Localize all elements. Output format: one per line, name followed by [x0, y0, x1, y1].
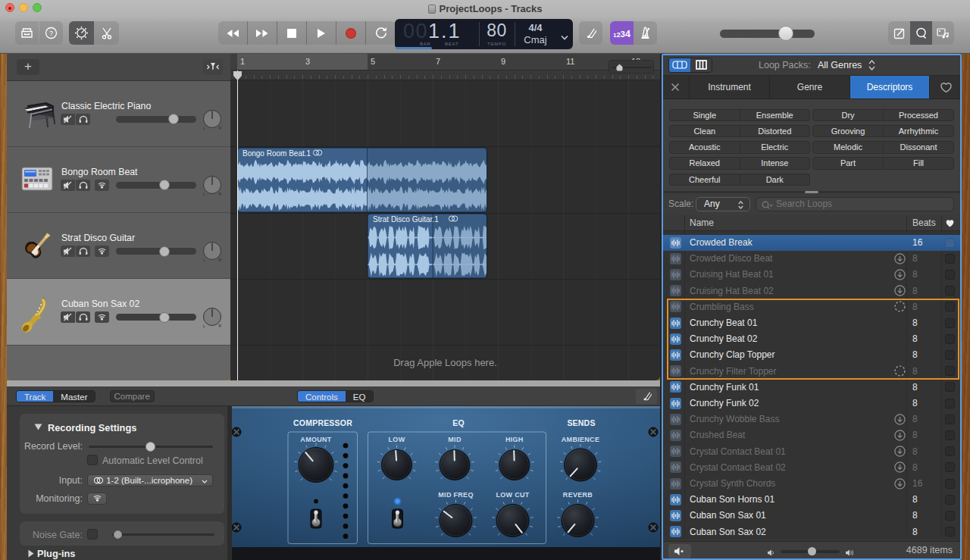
svg-text:MID: MID — [448, 436, 462, 443]
svg-text:HIGH: HIGH — [505, 436, 524, 443]
svg-text:SENDS: SENDS — [567, 418, 595, 427]
svg-text:COMPRESSOR: COMPRESSOR — [293, 418, 352, 427]
svg-text:L: L — [203, 324, 205, 328]
svg-text:MID FREQ: MID FREQ — [438, 491, 473, 499]
svg-text:Strat Disco Guitar.1: Strat Disco Guitar.1 — [373, 215, 439, 224]
svg-text:Bongo Room Beat.1: Bongo Room Beat.1 — [242, 149, 311, 158]
svg-text:?: ? — [49, 30, 53, 37]
svg-text:EQ: EQ — [452, 418, 465, 427]
svg-text:L: L — [203, 192, 205, 196]
svg-text:REVERB: REVERB — [563, 491, 593, 499]
svg-text:L: L — [203, 258, 205, 262]
svg-text:R: R — [219, 258, 222, 262]
svg-text:LOW CUT: LOW CUT — [496, 491, 529, 499]
svg-text:AMBIENCE: AMBIENCE — [562, 436, 599, 443]
svg-text:R: R — [219, 324, 222, 328]
svg-text:L: L — [203, 126, 205, 130]
svg-text:R: R — [219, 192, 222, 196]
svg-text:LOW: LOW — [389, 436, 405, 443]
svg-text:AMOUNT: AMOUNT — [300, 436, 331, 443]
svg-text:R: R — [219, 126, 222, 130]
